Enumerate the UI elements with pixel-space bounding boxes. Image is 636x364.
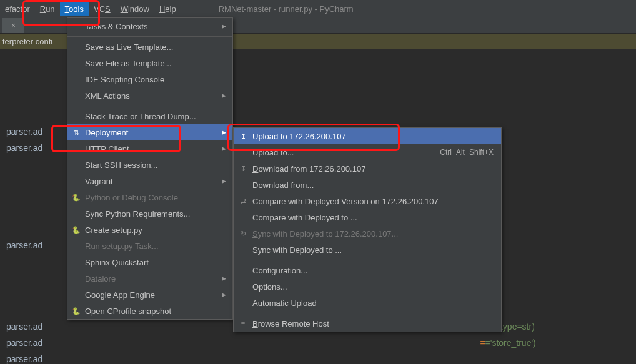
menu-window[interactable]: Window bbox=[116, 2, 154, 16]
submenu-download-from[interactable]: Download from... bbox=[234, 177, 501, 193]
menu-item-python-console: 🐍Python or Debug Console bbox=[67, 189, 232, 205]
menu-item-save-live-template[interactable]: Save as Live Template... bbox=[67, 39, 232, 55]
menu-tools[interactable]: Tools bbox=[60, 2, 89, 16]
menu-item-run-setup: Run setup.py Task... bbox=[67, 238, 232, 254]
menu-item-create-setup[interactable]: 🐍Create setup.py bbox=[67, 222, 232, 238]
menu-item-stack-trace[interactable]: Stack Trace or Thread Dump... bbox=[67, 108, 232, 124]
submenu-configuration[interactable]: Configuration... bbox=[234, 262, 501, 278]
menu-item-xml-actions[interactable]: XML Actions▶ bbox=[67, 87, 232, 104]
close-icon: × bbox=[11, 21, 16, 30]
chevron-right-icon: ▶ bbox=[222, 92, 226, 99]
chevron-right-icon: ▶ bbox=[222, 275, 226, 282]
sync-icon: ↻ bbox=[239, 229, 247, 238]
submenu-auto-upload[interactable]: Automatic Upload bbox=[234, 295, 501, 311]
submenu-compare-host[interactable]: ⇄Compare with Deployed Version on 172.26… bbox=[234, 193, 501, 209]
chevron-right-icon: ▶ bbox=[222, 145, 226, 152]
menu-item-vagrant[interactable]: Vagrant▶ bbox=[67, 173, 232, 189]
chevron-right-icon: ▶ bbox=[222, 292, 226, 298]
menu-help[interactable]: Help bbox=[154, 2, 181, 16]
python-icon: 🐍 bbox=[71, 225, 81, 235]
chevron-right-icon: ▶ bbox=[222, 129, 226, 135]
compare-icon: ⇄ bbox=[239, 197, 247, 205]
menu-item-cprofile[interactable]: 🐍Open CProfile snapshot bbox=[67, 303, 232, 319]
deployment-icon: ⇅ bbox=[71, 127, 81, 137]
menu-separator bbox=[234, 260, 501, 260]
menu-run[interactable]: Run bbox=[35, 2, 60, 16]
menu-item-datalore: Datalore▶ bbox=[67, 270, 232, 287]
window-title: RMNet-master - runner.py - PyCharm bbox=[219, 4, 354, 14]
menu-item-ssh-session[interactable]: Start SSH session... bbox=[67, 157, 232, 173]
submenu-upload-to-host[interactable]: ↥Upload to 172.26.200.107 bbox=[234, 128, 501, 144]
menu-item-deployment[interactable]: ⇅Deployment▶ bbox=[67, 124, 232, 140]
submenu-browse-remote[interactable]: ≡Browse Remote Host bbox=[234, 315, 501, 332]
menu-item-sphinx[interactable]: Sphinx Quickstart bbox=[67, 254, 232, 270]
submenu-sync-host: ↻Sync with Deployed to 172.26.200.107... bbox=[234, 225, 501, 242]
menu-item-http-client[interactable]: HTTP Client▶ bbox=[67, 140, 232, 157]
upload-icon: ↥ bbox=[239, 132, 247, 140]
menu-refactor[interactable]: efactor bbox=[0, 2, 35, 16]
menu-separator bbox=[234, 313, 501, 313]
menu-separator bbox=[67, 36, 232, 37]
menu-item-google-app-engine[interactable]: Google App Engine▶ bbox=[67, 287, 232, 303]
tab-close[interactable]: × bbox=[2, 18, 24, 33]
menu-vcs[interactable]: VCS bbox=[89, 2, 116, 16]
submenu-upload-to[interactable]: Upload to...Ctrl+Alt+Shift+X bbox=[234, 144, 501, 160]
submenu-sync-to[interactable]: Sync with Deployed to ... bbox=[234, 242, 501, 258]
tools-menu-panel: Tasks & Contexts▶ Save as Live Template.… bbox=[67, 17, 233, 320]
submenu-options[interactable]: Options... bbox=[234, 278, 501, 295]
python-icon: 🐍 bbox=[71, 306, 81, 316]
python-icon: 🐍 bbox=[71, 192, 81, 202]
chevron-right-icon: ▶ bbox=[222, 178, 226, 184]
submenu-compare-to[interactable]: Compare with Deployed to ... bbox=[234, 209, 501, 225]
menu-item-sync-requirements[interactable]: Sync Python Requirements... bbox=[67, 205, 232, 222]
deployment-submenu: ↥Upload to 172.26.200.107 Upload to...Ct… bbox=[233, 127, 502, 332]
submenu-download-from-host[interactable]: ↧Download from 172.26.200.107 bbox=[234, 160, 501, 177]
menu-separator bbox=[67, 106, 232, 106]
menu-item-ide-scripting[interactable]: IDE Scripting Console bbox=[67, 71, 232, 87]
shortcut-label: Ctrl+Alt+Shift+X bbox=[440, 148, 494, 157]
download-icon: ↧ bbox=[239, 164, 247, 173]
menu-item-save-file-template[interactable]: Save File as Template... bbox=[67, 55, 232, 71]
menubar: efactor Run Tools VCS Window Help RMNet-… bbox=[0, 0, 636, 17]
list-icon: ≡ bbox=[239, 319, 247, 328]
chevron-right-icon: ▶ bbox=[222, 23, 226, 29]
menu-item-tasks-contexts[interactable]: Tasks & Contexts▶ bbox=[67, 18, 232, 34]
